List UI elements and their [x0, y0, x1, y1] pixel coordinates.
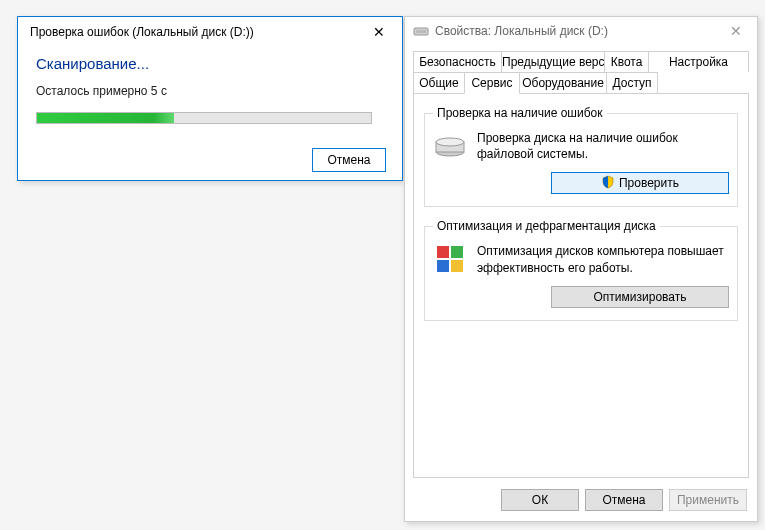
tab-content-tools: Проверка на наличие ошибок Проверка диск… — [413, 93, 749, 478]
tab-quota[interactable]: Квота — [604, 51, 649, 72]
check-disk-button-label: Проверить — [619, 176, 679, 190]
svg-rect-6 — [451, 246, 463, 258]
shield-icon — [601, 175, 615, 192]
optimize-button-label: Оптимизировать — [594, 290, 687, 304]
defrag-icon — [433, 243, 467, 275]
tab-customize[interactable]: Настройка — [648, 51, 749, 72]
scan-dialog-titlebar[interactable]: Проверка ошибок (Локальный диск (D:)) ✕ — [18, 17, 402, 47]
tab-sharing[interactable]: Доступ — [606, 72, 658, 94]
check-disk-button[interactable]: Проверить — [551, 172, 729, 194]
optimize-button[interactable]: Оптимизировать — [551, 286, 729, 308]
svg-rect-1 — [416, 30, 426, 33]
scan-progress-bar — [36, 112, 372, 124]
defrag-group: Оптимизация и дефрагментация диска Оптим… — [424, 219, 738, 320]
tab-tools[interactable]: Сервис — [464, 72, 520, 94]
apply-button[interactable]: Применить — [669, 489, 747, 511]
scan-progress-fill — [37, 113, 174, 123]
tab-previous-versions[interactable]: Предыдущие версии — [501, 51, 605, 72]
tabs-row-1: Безопасность Предыдущие версии Квота Нас… — [413, 51, 749, 72]
tab-security[interactable]: Безопасность — [413, 51, 502, 72]
props-window-title: Свойства: Локальный диск (D:) — [435, 24, 721, 38]
error-check-dialog: Проверка ошибок (Локальный диск (D:)) ✕ … — [17, 16, 403, 181]
error-check-group: Проверка на наличие ошибок Проверка диск… — [424, 106, 738, 207]
tabs-row-2: Общие Сервис Оборудование Доступ — [413, 72, 749, 94]
close-icon: ✕ — [730, 23, 742, 39]
scan-status-text: Осталось примерно 5 с — [36, 84, 384, 98]
props-close-button[interactable]: ✕ — [721, 19, 751, 43]
close-icon: ✕ — [373, 24, 385, 40]
tabs-container: Безопасность Предыдущие версии Квота Нас… — [413, 51, 749, 94]
tab-hardware[interactable]: Оборудование — [519, 72, 607, 94]
defrag-text: Оптимизация дисков компьютера повышает э… — [477, 243, 729, 275]
props-titlebar[interactable]: Свойства: Локальный диск (D:) ✕ — [405, 17, 757, 45]
error-check-legend: Проверка на наличие ошибок — [433, 106, 607, 120]
scan-dialog-title: Проверка ошибок (Локальный диск (D:)) — [30, 25, 364, 39]
scan-cancel-button[interactable]: Отмена — [312, 148, 386, 172]
svg-point-4 — [436, 138, 464, 146]
disk-properties-window: Свойства: Локальный диск (D:) ✕ Безопасн… — [404, 16, 758, 522]
error-check-text: Проверка диска на наличие ошибок файлово… — [477, 130, 729, 162]
tab-general[interactable]: Общие — [413, 72, 465, 94]
defrag-legend: Оптимизация и дефрагментация диска — [433, 219, 660, 233]
scan-heading: Сканирование... — [36, 55, 384, 72]
drive-icon — [413, 23, 429, 39]
svg-rect-5 — [437, 246, 449, 258]
props-footer: ОК Отмена Применить — [405, 479, 757, 521]
cancel-button[interactable]: Отмена — [585, 489, 663, 511]
svg-rect-8 — [451, 260, 463, 272]
svg-rect-7 — [437, 260, 449, 272]
drive-icon — [433, 130, 467, 162]
scan-dialog-close-button[interactable]: ✕ — [364, 18, 394, 46]
ok-button[interactable]: ОК — [501, 489, 579, 511]
